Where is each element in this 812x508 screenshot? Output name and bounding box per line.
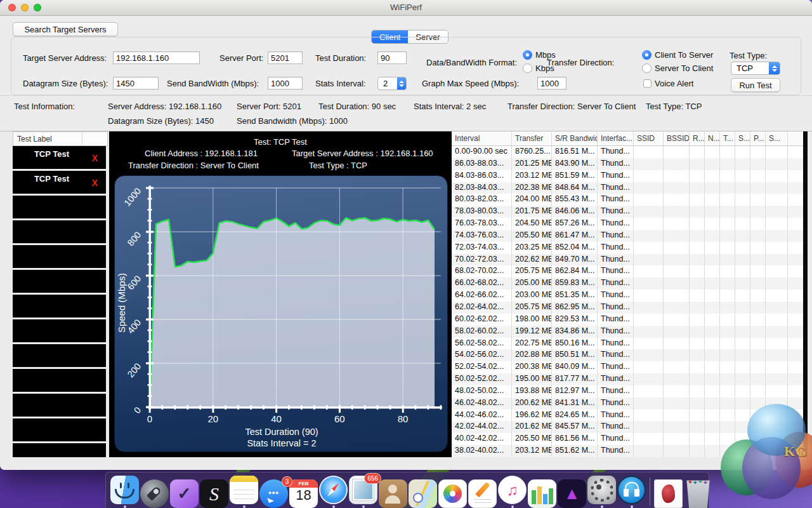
dock-icon-contacts[interactable] [379, 479, 407, 508]
table-column-header[interactable]: SSID [634, 131, 664, 145]
dock-icon-omnifocus[interactable]: ✓ [170, 479, 199, 508]
table-cell [735, 314, 750, 326]
test-row[interactable]: TCP TestX [13, 146, 106, 169]
table-column-header[interactable]: BSSID [664, 131, 690, 145]
table-row[interactable]: 44.02-46.02...196.62 MB824.65 M...Thund.… [452, 410, 803, 422]
table-row[interactable]: 48.02-50.02...193.88 MB812.97 M...Thund.… [452, 385, 803, 398]
table-cell [735, 338, 750, 350]
table-cell [766, 398, 788, 410]
test-row[interactable]: TCP TestX [13, 171, 106, 194]
table-row[interactable]: 78.03-80.03...201.75 MB846.06 M...Thund.… [452, 206, 803, 218]
delete-test-button[interactable]: X [92, 153, 98, 163]
table-column-header[interactable]: T... [720, 131, 735, 145]
test-duration-input[interactable] [377, 51, 407, 64]
table-row[interactable]: 74.03-76.03...205.50 MB861.47 M...Thund.… [452, 230, 803, 242]
table-cell: 56.02-58.02... [452, 338, 512, 350]
dock-icon-system-preferences[interactable] [587, 476, 616, 504]
dock-icon-photos[interactable] [438, 479, 467, 508]
radio-server-to-client[interactable]: Server To Client [642, 64, 713, 73]
table-row[interactable]: 72.03-74.03...203.25 MB852.04 M...Thund.… [452, 242, 803, 254]
server-port-input[interactable] [268, 51, 303, 64]
dock-icon-finder[interactable] [110, 476, 139, 504]
table-row[interactable]: 60.02-62.02...198.00 MB829.53 M...Thund.… [452, 314, 803, 326]
table-row[interactable]: 54.02-56.02...202.88 MB850.51 M...Thund.… [452, 349, 803, 361]
dock-icon-affinity-photo[interactable]: ▲ [558, 479, 586, 508]
radio-client-to-server[interactable]: Client To Server [642, 50, 713, 60]
search-target-servers-button[interactable]: Search Target Servers [13, 22, 118, 36]
table-row[interactable]: 56.02-58.02...202.75 MB850.16 M...Thund.… [452, 338, 803, 350]
table-cell [750, 158, 766, 170]
dock-icon-artwork[interactable] [654, 479, 683, 508]
dock-icon-numbers[interactable] [528, 479, 556, 508]
voice-alert-checkbox[interactable]: Voice Alert [643, 79, 693, 88]
running-indicator-dot [601, 505, 603, 508]
table-row[interactable]: 64.02-66.02...203.00 MB851.35 M...Thund.… [452, 290, 803, 302]
table-row[interactable]: 42.02-44.02...201.62 MB845.57 M...Thund.… [452, 421, 803, 433]
table-row[interactable]: 50.02-52.02...195.00 MB817.77 M...Thund.… [452, 373, 803, 385]
table-column-header[interactable]: Transfer [512, 131, 552, 145]
dock-icon-calendar[interactable]: FEB18 [289, 479, 318, 508]
table-column-header[interactable]: S... [735, 131, 750, 145]
dock-icon-scrivener[interactable]: S [200, 479, 228, 508]
dock-icon-wifiperf[interactable] [617, 476, 646, 504]
table-cell: 845.57 M... [552, 421, 598, 433]
table-cell [634, 242, 664, 254]
dock-icon-messages[interactable]: •••3 [259, 479, 288, 508]
table-row[interactable]: 52.02-54.02...200.38 MB840.09 M...Thund.… [452, 361, 803, 373]
stats-interval-stepper[interactable]: 2 [377, 77, 407, 90]
table-row[interactable]: 40.02-42.02...205.50 MB861.56 M...Thund.… [452, 433, 803, 445]
delete-test-button[interactable]: X [92, 178, 98, 188]
dock-icon-safari[interactable] [319, 476, 348, 504]
results-table[interactable]: IntervalTransferS/R BandwidthInterfac...… [452, 131, 803, 457]
table-row[interactable]: 66.02-68.02...205.00 MB859.83 M...Thund.… [452, 277, 803, 290]
dock-icon-pages[interactable] [468, 479, 497, 508]
table-cell [690, 277, 705, 290]
table-row[interactable]: 84.03-86.03...203.12 MB851.59 M...Thund.… [452, 170, 803, 182]
table-cell: 86.03-88.03... [452, 158, 512, 170]
table-cell: 48.02-50.02... [452, 385, 512, 398]
test-type-select[interactable]: TCP [731, 62, 780, 75]
test-info-item: Stats Interval: 2 sec [414, 102, 486, 111]
dock-icon-trash[interactable] [684, 479, 712, 508]
table-column-header[interactable]: R... [690, 131, 705, 145]
table-row[interactable]: 0.00-90.00 sec8760.25...816.51 M...Thund… [452, 146, 803, 158]
table-column-header[interactable]: P... [750, 131, 766, 145]
table-row[interactable]: 82.03-84.03...202.38 MB848.64 M...Thund.… [452, 182, 803, 194]
table-column-header[interactable]: Interval [452, 131, 512, 145]
dock-icon-notes[interactable] [230, 476, 258, 504]
table-row[interactable]: 70.02-72.03...202.62 MB849.70 M...Thund.… [452, 254, 803, 266]
send-bw-input[interactable] [268, 77, 303, 90]
dock-icon-mail[interactable]: 656 [349, 476, 377, 504]
table-row[interactable]: 46.02-48.02...200.62 MB841.31 M...Thund.… [452, 398, 803, 410]
table-cell: Thund... [598, 433, 634, 445]
target-address-input[interactable] [113, 51, 200, 64]
table-row[interactable]: 38.02-40.02...203.12 MB851.62 M...Thund.… [452, 445, 803, 457]
table-column-header[interactable]: Interfac... [598, 131, 634, 145]
table-cell [720, 170, 735, 182]
table-cell [664, 158, 690, 170]
table-row[interactable]: 68.02-70.02...205.75 MB862.84 M...Thund.… [452, 265, 803, 277]
table-cell: Thund... [598, 410, 634, 422]
table-column-header[interactable]: S/R Bandwidth [552, 131, 598, 145]
dock-icon-launchpad[interactable] [140, 479, 169, 508]
table-row[interactable]: 58.02-60.02...199.12 MB834.86 M...Thund.… [452, 326, 803, 338]
svg-text:0: 0 [147, 413, 152, 424]
dock-icon-maps[interactable] [409, 479, 437, 508]
table-cell [766, 170, 788, 182]
table-cell [664, 218, 690, 230]
table-row[interactable]: 86.03-88.03...201.25 MB843.90 M...Thund.… [452, 158, 803, 170]
table-row[interactable]: 62.02-64.02...205.75 MB862.95 M...Thund.… [452, 302, 803, 314]
datagram-input[interactable] [113, 77, 159, 90]
table-column-header[interactable]: N... [705, 131, 720, 145]
table-row[interactable]: 80.03-82.03...204.00 MB855.43 M...Thund.… [452, 194, 803, 206]
table-row[interactable]: 76.03-78.03...204.50 MB857.26 M...Thund.… [452, 218, 803, 230]
dock-icon-itunes[interactable]: ♫ [498, 476, 527, 504]
table-column-header[interactable]: S... [766, 131, 788, 145]
table-cell: 0.00-90.00 sec [452, 146, 512, 158]
titlebar[interactable]: WiFiPerf [0, 0, 812, 16]
graph-max-input[interactable] [537, 77, 566, 90]
table-cell [690, 254, 705, 266]
table-scrollbar[interactable] [803, 131, 808, 457]
run-test-button[interactable]: Run Test [731, 78, 780, 92]
table-cell [735, 277, 750, 290]
